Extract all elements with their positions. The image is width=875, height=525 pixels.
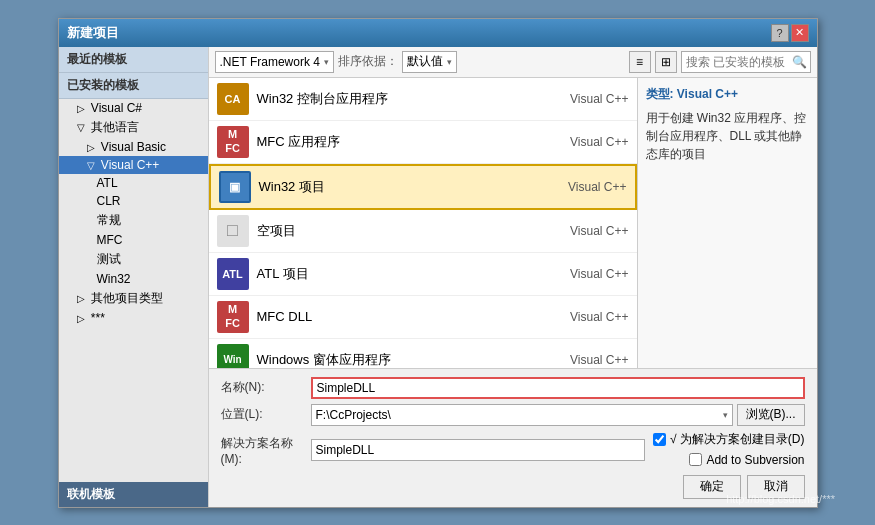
tree-label-csharp: Visual C#	[91, 101, 142, 115]
dialog-body: 最近的模板 已安装的模板 ▷ Visual C# ▽ 其他语言 ▷ Visual…	[59, 47, 817, 507]
tree-misc[interactable]: ▷ ***	[59, 309, 208, 327]
title-buttons: ? ✕	[771, 24, 809, 42]
tree-label-vb: Visual Basic	[101, 140, 166, 154]
sort-dropdown[interactable]: 默认值 ▾	[402, 51, 457, 73]
template-name-win32console: Win32 控制台应用程序	[257, 90, 549, 108]
tree-win32[interactable]: Win32	[59, 270, 208, 288]
main-content: CA Win32 控制台应用程序 Visual C++ MFC MFC 应用程序…	[209, 78, 817, 368]
template-name-atl: ATL 项目	[257, 265, 549, 283]
info-type: 类型: Visual C++	[646, 86, 809, 103]
view-grid-button[interactable]: ⊞	[655, 51, 677, 73]
create-dir-label: √ 为解决方案创建目录(D)	[670, 431, 805, 448]
template-item-mfcdll[interactable]: MFC MFC DLL Visual C++	[209, 296, 637, 339]
template-name-winforms: Windows 窗体应用程序	[257, 351, 549, 368]
expand-icon-misc: ▷	[77, 313, 85, 324]
tree-label-general: 常规	[97, 213, 121, 227]
template-type-winforms: Visual C++	[549, 353, 629, 367]
help-button[interactable]: ?	[771, 24, 789, 42]
template-name-empty: 空项目	[257, 222, 549, 240]
sort-value: 默认值	[407, 53, 443, 70]
sort-label: 排序依据：	[338, 53, 398, 70]
template-tree: ▷ Visual C# ▽ 其他语言 ▷ Visual Basic ▽ Visu…	[59, 99, 208, 482]
template-item-winforms[interactable]: Win Windows 窗体应用程序 Visual C++	[209, 339, 637, 368]
tree-label-clr: CLR	[97, 194, 121, 208]
solution-input[interactable]	[311, 439, 645, 461]
search-icon: 🔍	[792, 55, 807, 69]
template-icon-mfcdll: MFC	[217, 301, 249, 333]
template-name-mfcapp: MFC 应用程序	[257, 133, 549, 151]
solution-wrapper: √ 为解决方案创建目录(D) Add to Subversion	[311, 431, 805, 470]
info-description: 用于创建 Win32 应用程序、控制台应用程序、DLL 或其他静态库的项目	[646, 109, 809, 163]
name-input[interactable]	[311, 377, 805, 399]
tree-visual-cpp[interactable]: ▽ Visual C++	[59, 156, 208, 174]
solution-label: 解决方案名称(M):	[221, 435, 311, 466]
tree-label-other: 其他语言	[91, 120, 139, 134]
add-svn-label: Add to Subversion	[706, 453, 804, 467]
tree-label-win32: Win32	[97, 272, 131, 286]
template-name-mfcdll: MFC DLL	[257, 309, 549, 324]
tree-label-test: 测试	[97, 252, 121, 266]
close-button[interactable]: ✕	[791, 24, 809, 42]
sort-dropdown-arrow: ▾	[447, 57, 452, 67]
left-panel: 最近的模板 已安装的模板 ▷ Visual C# ▽ 其他语言 ▷ Visual…	[59, 47, 209, 507]
dialog-title: 新建项目	[67, 24, 119, 42]
action-buttons: 确定 取消	[221, 475, 805, 499]
tree-atl[interactable]: ATL	[59, 174, 208, 192]
tree-label-misc: ***	[91, 311, 105, 325]
tree-clr[interactable]: CLR	[59, 192, 208, 210]
location-dropdown[interactable]: F:\CcProjects\ ▾	[311, 404, 733, 426]
template-icon-atl: ATL	[217, 258, 249, 290]
tree-label-atl: ATL	[97, 176, 118, 190]
browse-button[interactable]: 浏览(B)...	[737, 404, 805, 426]
tree-other-types[interactable]: ▷ 其他项目类型	[59, 288, 208, 309]
framework-dropdown[interactable]: .NET Framework 4 ▾	[215, 51, 334, 73]
search-wrapper: 🔍	[681, 51, 811, 73]
toolbar: .NET Framework 4 ▾ 排序依据： 默认值 ▾ ≡ ⊞ 🔍	[209, 47, 817, 78]
template-item-empty[interactable]: □ 空项目 Visual C++	[209, 210, 637, 253]
expand-icon-other: ▽	[77, 122, 85, 133]
template-type-win32console: Visual C++	[549, 92, 629, 106]
tree-label-other-types: 其他项目类型	[91, 291, 163, 305]
template-icon-winforms: Win	[217, 344, 249, 368]
new-project-dialog: 新建项目 ? ✕ 最近的模板 已安装的模板 ▷ Visual C# ▽ 其他语言…	[58, 18, 818, 508]
expand-icon-csharp: ▷	[77, 103, 85, 114]
installed-section-header: 已安装的模板	[59, 73, 208, 99]
tree-mfc[interactable]: MFC	[59, 231, 208, 249]
tree-visual-basic[interactable]: ▷ Visual Basic	[59, 138, 208, 156]
template-type-mfcdll: Visual C++	[549, 310, 629, 324]
tree-general[interactable]: 常规	[59, 210, 208, 231]
template-icon-win32console: CA	[217, 83, 249, 115]
template-icon-empty: □	[217, 215, 249, 247]
template-item-win32project[interactable]: ▣ Win32 项目 Visual C++	[209, 164, 637, 210]
template-item-mfcapp[interactable]: MFC MFC 应用程序 Visual C++	[209, 121, 637, 164]
template-name-win32project: Win32 项目	[259, 178, 547, 196]
tree-label-mfc: MFC	[97, 233, 123, 247]
watermark: http://blog.csdn.net/***	[726, 493, 835, 505]
expand-icon-cpp: ▽	[87, 160, 95, 171]
tree-test[interactable]: 测试	[59, 249, 208, 270]
info-panel: 类型: Visual C++ 用于创建 Win32 应用程序、控制台应用程序、D…	[637, 78, 817, 368]
create-dir-row: √ 为解决方案创建目录(D)	[653, 431, 805, 448]
template-list: CA Win32 控制台应用程序 Visual C++ MFC MFC 应用程序…	[209, 78, 637, 368]
template-item-win32console[interactable]: CA Win32 控制台应用程序 Visual C++	[209, 78, 637, 121]
tree-label-cpp: Visual C++	[101, 158, 159, 172]
view-list-button[interactable]: ≡	[629, 51, 651, 73]
name-label: 名称(N):	[221, 379, 311, 396]
recent-section-header: 最近的模板	[59, 47, 208, 73]
expand-icon-vb: ▷	[87, 142, 95, 153]
checkboxes: √ 为解决方案创建目录(D) Add to Subversion	[653, 431, 805, 470]
title-bar: 新建项目 ? ✕	[59, 19, 817, 47]
framework-label: .NET Framework 4	[220, 55, 320, 69]
add-svn-row: Add to Subversion	[653, 453, 805, 467]
online-section-header: 联机模板	[59, 482, 208, 507]
template-item-atl[interactable]: ATL ATL 项目 Visual C++	[209, 253, 637, 296]
tree-other-languages[interactable]: ▽ 其他语言	[59, 117, 208, 138]
name-row: 名称(N):	[221, 377, 805, 399]
create-dir-checkbox[interactable]	[653, 433, 666, 446]
add-svn-checkbox[interactable]	[689, 453, 702, 466]
template-icon-win32project: ▣	[219, 171, 251, 203]
solution-row: 解决方案名称(M): √ 为解决方案创建目录(D) Add to Subvers…	[221, 431, 805, 470]
right-panel: .NET Framework 4 ▾ 排序依据： 默认值 ▾ ≡ ⊞ 🔍	[209, 47, 817, 507]
location-value: F:\CcProjects\	[316, 408, 391, 422]
tree-visual-csharp[interactable]: ▷ Visual C#	[59, 99, 208, 117]
